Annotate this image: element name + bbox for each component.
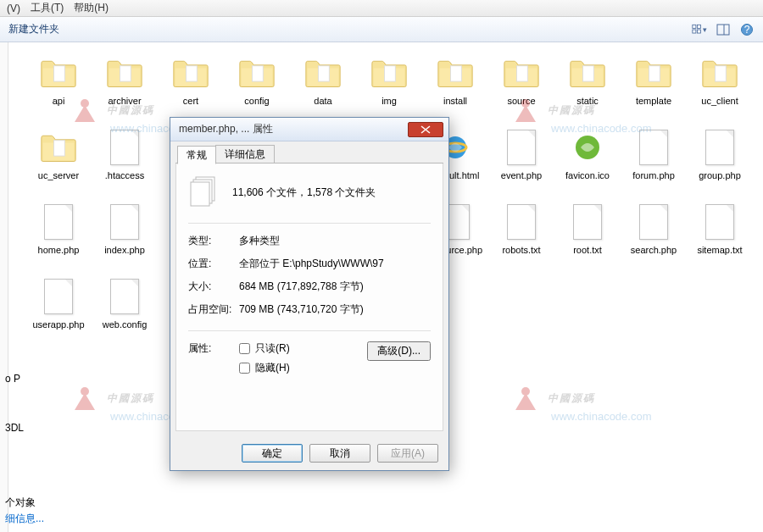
tab-details[interactable]: 详细信息 (215, 145, 275, 163)
ico-file-icon (567, 127, 608, 168)
summary-text: 11,606 个文件，1,578 个文件夹 (232, 186, 376, 200)
dialog-body: 11,606 个文件，1,578 个文件夹 类型:多种类型 位置:全部位于 E:… (175, 163, 443, 431)
file-label: event.php (501, 170, 542, 181)
folder-icon (303, 53, 343, 93)
file-label: group.php (699, 170, 741, 181)
dialog-title: member.php, ... 属性 (179, 122, 273, 136)
file-label: install (443, 96, 467, 107)
hidden-checkbox[interactable] (239, 363, 250, 374)
folder-item[interactable]: source (488, 51, 554, 125)
svg-rect-16 (583, 66, 594, 81)
menu-tools[interactable]: 工具(T) (27, 0, 67, 17)
file-item[interactable]: favicon.ico (554, 125, 621, 200)
file-label: sitemap.txt (697, 245, 742, 256)
file-item[interactable]: userapp.php (25, 274, 92, 349)
file-label: .htaccess (105, 170, 144, 181)
svg-rect-12 (319, 66, 330, 81)
readonly-label: 只读(R) (255, 341, 290, 356)
menu-view[interactable]: (V) (3, 1, 24, 16)
help-icon[interactable]: ? (739, 22, 755, 37)
file-item[interactable]: home.php (25, 200, 92, 274)
file-item[interactable]: event.php (488, 125, 554, 200)
file-item[interactable]: .htaccess (92, 125, 158, 200)
folder-item[interactable]: uc_client (687, 51, 753, 125)
svg-rect-25 (191, 182, 209, 206)
svg-rect-15 (517, 66, 528, 81)
multi-file-icon (188, 175, 222, 209)
file-item[interactable]: index.php (92, 200, 158, 274)
svg-rect-4 (717, 25, 729, 35)
file-label: data (314, 96, 331, 107)
toolbar: 新建文件夹 ▾ ? (0, 17, 763, 42)
attributes-label: 属性: (188, 341, 239, 356)
folder-item[interactable]: template (621, 51, 687, 125)
svg-rect-13 (385, 66, 396, 81)
cancel-button[interactable]: 取消 (309, 444, 370, 463)
folder-item[interactable]: data (290, 51, 356, 125)
file-label: template (636, 96, 671, 107)
svg-rect-17 (649, 66, 660, 81)
file-icon (104, 202, 145, 242)
file-label: userapp.php (32, 319, 84, 330)
folder-item[interactable]: uc_server (25, 125, 92, 200)
file-item[interactable]: group.php (687, 125, 753, 200)
svg-rect-0 (693, 25, 696, 28)
svg-text:?: ? (744, 24, 750, 36)
menu-help[interactable]: 帮助(H) (70, 0, 112, 17)
size-value: 684 MB (717,892,788 字节) (239, 280, 431, 294)
folder-item[interactable]: install (422, 51, 488, 125)
apply-button[interactable]: 应用(A) (377, 444, 438, 463)
view-options-icon[interactable]: ▾ (692, 22, 707, 37)
file-icon (38, 276, 79, 317)
svg-rect-11 (253, 66, 264, 81)
folder-icon (38, 127, 79, 168)
file-label: web.config (103, 319, 148, 330)
file-label: uc_client (701, 96, 738, 107)
folder-icon (435, 53, 476, 93)
file-label: home.php (38, 245, 80, 256)
svg-rect-3 (698, 30, 701, 33)
dialog-titlebar[interactable]: member.php, ... 属性 (170, 118, 448, 141)
details-link[interactable]: 细信息... (5, 511, 164, 527)
close-button[interactable] (408, 122, 443, 137)
folder-item[interactable]: archiver (92, 51, 158, 125)
folder-item[interactable]: config (224, 51, 290, 125)
type-label: 类型: (188, 234, 239, 248)
folder-icon (237, 53, 277, 93)
svg-rect-1 (698, 25, 701, 28)
folder-item[interactable]: img (356, 51, 422, 125)
file-label: api (53, 96, 65, 107)
file-icon (104, 276, 145, 317)
file-label: favicon.ico (565, 170, 610, 181)
folder-item[interactable]: cert (158, 51, 224, 125)
new-folder-button[interactable]: 新建文件夹 (8, 22, 59, 36)
folder-icon (104, 53, 145, 93)
folder-icon (699, 53, 740, 93)
size-on-disk-value: 709 MB (743,710,720 字节) (239, 302, 431, 317)
ok-button[interactable]: 确定 (242, 444, 303, 463)
nav-sidebar (0, 42, 8, 532)
file-label: static (576, 96, 599, 107)
folder-item[interactable]: static (554, 51, 621, 125)
nav-tree-fragment: o P (0, 366, 170, 392)
file-item[interactable]: search.php (621, 200, 687, 274)
file-item[interactable]: forum.php (621, 125, 687, 200)
file-label: robots.txt (502, 245, 540, 256)
file-icon (501, 202, 542, 242)
preview-pane-icon[interactable] (716, 22, 731, 37)
advanced-button[interactable]: 高级(D)... (367, 341, 431, 361)
file-item[interactable]: sitemap.txt (687, 200, 753, 274)
folder-item[interactable]: api (25, 51, 92, 125)
location-value: 全部位于 E:\phpStudy\WWW\97 (239, 257, 431, 271)
file-item[interactable]: web.config (92, 274, 158, 349)
readonly-checkbox[interactable] (239, 343, 250, 354)
file-label: root.txt (573, 245, 602, 256)
file-item[interactable]: root.txt (554, 200, 621, 274)
file-label: cert (183, 96, 198, 107)
status-count: 个对象 (5, 496, 36, 508)
type-value: 多种类型 (239, 234, 431, 248)
folder-icon (501, 53, 542, 93)
tab-general[interactable]: 常规 (177, 146, 216, 164)
file-item[interactable]: robots.txt (488, 200, 554, 274)
svg-rect-9 (120, 66, 131, 81)
